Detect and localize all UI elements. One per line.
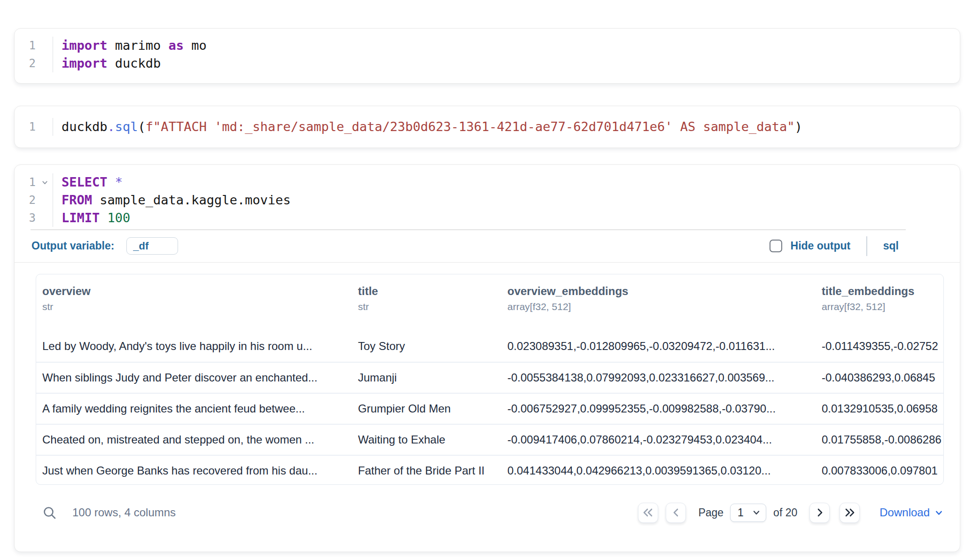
output-variable-label: Output variable: [31,240,114,252]
code-line: FROM sample_data.kaggle.movies [62,191,960,209]
code-editor[interactable]: import marimo as moimport duckdb [53,37,960,72]
hide-output-checkbox[interactable] [770,240,782,252]
code-line: import marimo as mo [62,37,960,54]
page-select[interactable]: 1 [730,504,766,522]
table-cell: -0.0055384138,0.07992093,0.023316627,0.0… [507,362,822,393]
code-line: LIMIT 100 [62,209,960,227]
chevron-left-icon [670,507,682,518]
line-number: 1 [15,118,36,136]
chevron-down-icon [934,508,944,518]
code-editor[interactable]: duckdb.sql(f"ATTACH 'md:_share/sample_da… [53,118,960,136]
table-cell: 0.0132910535,0.06958 [822,393,943,424]
table-row[interactable]: Led by Woody, Andy's toys live happily i… [36,331,943,362]
column-name: overview [42,285,358,298]
column-header[interactable]: overview_embeddingsarray[f32, 512] [507,285,822,331]
column-header[interactable]: title_embeddingsarray[f32, 512] [822,285,943,331]
table-row[interactable]: A family wedding reignites the ancient f… [36,393,943,424]
table-cell: -0.006752927,0.099952355,-0.009982588,-0… [507,393,822,424]
page-select-value: 1 [738,506,752,519]
table-cell: 0.023089351,-0.012809965,-0.03209472,-0.… [507,331,822,362]
table-cell: Cheated on, mistreated and stepped on, t… [42,424,358,455]
column-header[interactable]: overviewstr [42,285,358,331]
column-header[interactable]: titlestr [358,285,507,331]
previous-page-button[interactable] [666,503,686,523]
table-cell: 0.007833006,0.097801 [822,455,943,485]
table-footer: 100 rows, 4 columns Page 1 [36,498,944,528]
table-cell: Toy Story [358,331,507,362]
row-count-summary: 100 rows, 4 columns [72,506,176,519]
double-chevron-left-icon [642,507,654,518]
download-label: Download [879,506,930,519]
table-cell: Led by Woody, Andy's toys live happily i… [42,331,358,362]
code-cell-attach: 1 duckdb.sql(f"ATTACH 'md:_share/sample_… [14,106,960,148]
column-name: overview_embeddings [507,285,822,298]
table-cell: Waiting to Exhale [358,424,507,455]
cell-output: overviewstrtitlestroverview_embeddingsar… [15,263,960,552]
code-line: SELECT * [62,173,960,191]
table-cell: -0.040386293,0.06845 [822,362,943,393]
line-number: 1 [15,37,36,54]
dataframe-table: overviewstrtitlestroverview_embeddingsar… [36,274,944,485]
column-dtype: str [42,301,358,312]
table-cell: A family wedding reignites the ancient f… [42,393,358,424]
chevron-right-icon [814,507,825,518]
pagination: Page 1 of 20 [638,503,944,523]
output-variable-input[interactable] [126,237,178,255]
line-numbers: 123 [15,173,53,227]
column-dtype: str [358,301,507,312]
code-line: import duckdb [62,54,960,72]
table-cell: -0.011439355,-0.02752 [822,331,943,362]
table-cell: Jumanji [358,362,507,393]
sql-cell: 123 SELECT *FROM sample_data.kaggle.movi… [14,164,960,552]
search-button[interactable] [42,506,57,520]
language-toggle-sql[interactable]: sql [883,240,899,252]
table-cell: -0.009417406,0.07860214,-0.023279453,0.0… [507,424,822,455]
line-number: 1 [15,173,36,191]
line-number: 3 [15,209,36,227]
divider [866,236,867,256]
double-chevron-right-icon [843,507,856,518]
page-total-label: of 20 [773,506,797,519]
line-numbers: 1 [15,118,53,136]
download-button[interactable]: Download [879,506,944,519]
table-cell: Father of the Bride Part II [358,455,507,485]
sql-cell-footer: Output variable: Hide output sql [15,230,960,262]
column-dtype: array[f32, 512] [507,301,822,312]
code-line: duckdb.sql(f"ATTACH 'md:_share/sample_da… [62,118,960,136]
hide-output-label[interactable]: Hide output [791,240,851,252]
line-numbers: 12 [15,37,53,72]
table-cell: When siblings Judy and Peter discover an… [42,362,358,393]
column-name: title_embeddings [822,285,943,298]
fold-chevron-down-icon[interactable] [41,179,49,187]
line-number: 2 [15,54,36,72]
table-header-row: overviewstrtitlestroverview_embeddingsar… [36,274,943,331]
table-cell: Grumpier Old Men [358,393,507,424]
page-label: Page [698,506,723,519]
line-number: 2 [15,191,36,209]
last-page-button[interactable] [840,503,860,523]
code-editor[interactable]: SELECT *FROM sample_data.kaggle.moviesLI… [53,173,960,227]
column-name: title [358,285,507,298]
column-dtype: array[f32, 512] [822,301,943,312]
first-page-button[interactable] [638,503,658,523]
table-cell: 0.041433044,0.042966213,0.0039591365,0.0… [507,455,822,485]
table-cell: Just when George Banks has recovered fro… [42,455,358,485]
table-row[interactable]: Cheated on, mistreated and stepped on, t… [36,424,943,455]
chevron-down-icon [752,508,761,517]
code-cell-imports: 12 import marimo as moimport duckdb [14,28,960,84]
table-cell: 0.01755858,-0.0086286 [822,424,943,455]
table-row[interactable]: Just when George Banks has recovered fro… [36,455,943,485]
next-page-button[interactable] [809,503,830,523]
table-row[interactable]: When siblings Judy and Peter discover an… [36,362,943,393]
search-icon [42,506,57,520]
